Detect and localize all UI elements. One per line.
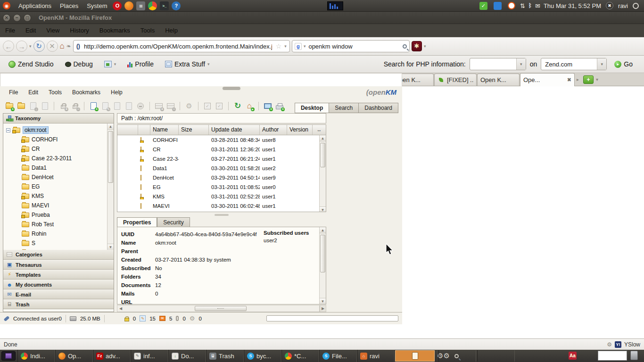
tree-scrollbar[interactable]: ▲ ▼ — [107, 123, 114, 250]
keefox-dropdown-icon[interactable]: ▾ — [424, 44, 426, 49]
reload-button[interactable]: ↻ — [33, 41, 45, 52]
zend-extra-stuff-button[interactable]: Extra Stuff ▾ — [161, 60, 214, 68]
help-launcher-icon[interactable]: ? — [172, 1, 181, 10]
tree-root[interactable]: okm:root — [3, 125, 114, 135]
notification-tray-icon[interactable] — [508, 2, 515, 9]
email-header[interactable]: ✉E-mail — [3, 289, 114, 299]
bluetooth-tray-icon[interactable]: ᛒ — [528, 2, 532, 9]
home-button[interactable]: ⌂ — [60, 41, 65, 51]
print-icon[interactable]: + — [275, 101, 284, 111]
properties-scrollbar[interactable]: ▲ ▼ — [319, 227, 326, 304]
ff-menu-file[interactable]: File — [0, 24, 20, 37]
cancel-checkout-icon[interactable] — [124, 101, 133, 111]
url-input[interactable] — [83, 42, 273, 50]
tree-root-label[interactable]: okm:root — [23, 126, 49, 134]
scroll-up-icon[interactable]: ▲ — [320, 227, 326, 233]
window-maximize-button[interactable]: □ — [24, 14, 31, 22]
tree-item[interactable]: EG — [3, 182, 114, 191]
skype-tray-icon[interactable]: ✓ — [479, 2, 487, 10]
workflow-count-icon[interactable]: ⚙ — [190, 315, 195, 322]
site-combo[interactable]: Zend.com ▾ — [541, 58, 607, 70]
history-dropdown-icon[interactable]: ▾ — [29, 44, 32, 49]
trash-applet-icon[interactable] — [630, 351, 638, 360]
tree-item[interactable]: S — [3, 239, 114, 248]
tree-item[interactable]: Rob Test — [3, 220, 114, 229]
go-button[interactable]: ▸ Go — [611, 60, 636, 68]
ff-menu-bookmarks[interactable]: Bookmarks — [94, 24, 135, 37]
scroll-thumb[interactable] — [108, 131, 113, 183]
col-size[interactable]: Size — [179, 125, 209, 135]
back-button[interactable]: ← — [3, 41, 14, 52]
clock[interactable]: Thu Mar 31, 5:52 PM — [544, 2, 601, 9]
firefox-launcher-icon[interactable] — [124, 1, 133, 10]
zend-profile-button[interactable]: Profile — [124, 60, 157, 68]
tab-dashboard[interactable]: Dashboard — [359, 103, 398, 113]
ff-menu-edit[interactable]: Edit — [20, 24, 41, 37]
tree-item[interactable]: Data1 — [3, 163, 114, 173]
tree-item[interactable]: DenHcet — [3, 173, 114, 182]
mail-count-icon[interactable]: ✉ — [159, 316, 165, 321]
system-menu[interactable]: System — [83, 0, 111, 12]
user-menu[interactable]: ravi — [618, 2, 628, 9]
checkout-icon[interactable]: ✎ — [100, 101, 110, 111]
create-folder-icon[interactable]: + — [5, 101, 14, 111]
browser-tab-active[interactable]: ()Ope...✖ — [520, 73, 575, 86]
table-row[interactable]: CR03-31-2011 12:36:20user1 — [117, 145, 319, 154]
tab-security[interactable]: Security — [157, 217, 190, 227]
ubuntu-logo-icon[interactable]: ◉ — [3, 2, 10, 9]
window-minimize-button[interactable]: − — [13, 14, 21, 22]
panel-splitter[interactable] — [117, 213, 326, 217]
zend-window-button[interactable]: ▾ — [100, 61, 120, 67]
delete-icon[interactable] — [136, 101, 145, 111]
opera-launcher-icon[interactable]: O — [113, 1, 122, 10]
my-documents-header[interactable]: ☻My documents — [3, 280, 114, 289]
column-resize-icon[interactable]: ↔ — [313, 125, 326, 135]
bookmarks-widget-icon[interactable]: ❧ — [66, 43, 71, 49]
task-button[interactable]: Sbyc... — [244, 350, 281, 362]
download-pdf-icon[interactable] — [40, 101, 50, 111]
scroll-down-icon[interactable]: ▼ — [320, 206, 326, 212]
col-icon[interactable] — [138, 125, 150, 135]
url-bar[interactable]: () ☆ ▾ — [73, 40, 290, 52]
table-row[interactable]: EG03-31-2011 01:08:52user0 — [117, 182, 319, 192]
tray-input-box[interactable] — [598, 351, 627, 361]
engine-dropdown-icon[interactable]: ▾ — [304, 44, 306, 49]
download-document-icon[interactable]: ↓ — [28, 101, 38, 111]
scroll-up-icon[interactable]: ▲ — [320, 135, 326, 141]
task-button[interactable]: SFile... — [319, 350, 357, 362]
col-name[interactable]: Name — [150, 125, 179, 135]
browser-tab-11[interactable]: [FIXED] ... — [434, 74, 477, 86]
table-row[interactable]: MAEVI03-30-2011 06:02:48user1 — [117, 201, 319, 211]
table-row[interactable]: Data103-30-2011 01:58:28user2 — [117, 164, 319, 173]
url-dropdown-icon[interactable]: ▾ — [284, 44, 287, 49]
templates-header[interactable]: ⚡Templates — [3, 270, 114, 280]
scroll-left-icon[interactable]: ◀ — [117, 306, 124, 311]
home-folder-icon[interactable]: ⌂▸ — [245, 101, 254, 111]
tree-item[interactable]: CR — [3, 144, 114, 154]
tree-item[interactable] — [3, 248, 114, 250]
search-go-icon[interactable] — [403, 44, 407, 49]
extension-gear-icon[interactable]: ⚙ — [607, 341, 612, 348]
tab-properties[interactable]: Properties — [117, 217, 157, 227]
col-version[interactable]: Version — [287, 125, 313, 135]
okm-menu-help[interactable]: Help — [106, 89, 128, 96]
categories-header[interactable]: Categories — [3, 250, 114, 260]
task-button[interactable]: ✎inf... — [131, 350, 168, 362]
places-menu[interactable]: Places — [56, 0, 83, 12]
scroll-right-icon[interactable]: ▶ — [320, 305, 326, 312]
col-status[interactable] — [117, 125, 138, 135]
scroll-down-icon[interactable]: ▼ — [107, 244, 114, 250]
table-row[interactable]: KMS03-31-2011 02:52:28user1 — [117, 192, 319, 201]
okm-menu-file[interactable]: File — [4, 89, 23, 96]
add-document-icon[interactable]: + — [89, 101, 98, 111]
col-update-date[interactable]: Update date — [209, 125, 260, 135]
thesaurus-header[interactable]: ▣Thesaurus — [3, 260, 114, 270]
export-icon[interactable]: + — [263, 101, 272, 111]
tree-item[interactable]: CORHOFI — [3, 135, 114, 144]
character-map-tray-icon[interactable]: Aa — [569, 352, 577, 360]
applications-menu[interactable]: Applications — [14, 0, 56, 12]
ff-menu-tools[interactable]: Tools — [135, 24, 160, 37]
add-subscription-icon[interactable]: ✓ — [203, 101, 212, 111]
workflow-icon[interactable]: ⚙ — [184, 101, 194, 111]
task-button[interactable]: *C... — [281, 350, 319, 362]
